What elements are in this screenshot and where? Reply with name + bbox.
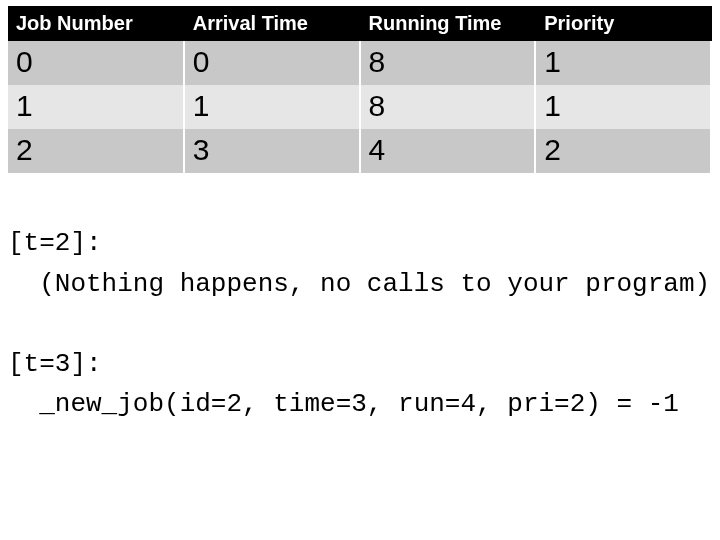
col-job-number: Job Number	[8, 6, 184, 41]
cell-job: 0	[8, 41, 184, 85]
jobs-table-header-row: Job Number Arrival Time Running Time Pri…	[8, 6, 711, 41]
cell-arrival: 1	[184, 85, 360, 129]
trace-t2-note: (Nothing happens, no calls to your progr…	[8, 269, 710, 299]
jobs-table: Job Number Arrival Time Running Time Pri…	[8, 6, 712, 173]
cell-arrival: 3	[184, 129, 360, 173]
col-running-time: Running Time	[360, 6, 536, 41]
trace-block: [t=2]: (Nothing happens, no calls to you…	[8, 183, 712, 425]
cell-job: 1	[8, 85, 184, 129]
table-row: 0 0 8 1	[8, 41, 711, 85]
cell-priority: 1	[535, 85, 711, 129]
cell-running: 4	[360, 129, 536, 173]
trace-t3-call: _new_job(id=2, time=3, run=4, pri=2) = -…	[8, 389, 679, 419]
col-priority: Priority	[535, 6, 711, 41]
trace-t2-label: [t=2]:	[8, 228, 102, 258]
cell-job: 2	[8, 129, 184, 173]
trace-t3-label: [t=3]:	[8, 349, 102, 379]
col-arrival-time: Arrival Time	[184, 6, 360, 41]
table-row: 2 3 4 2	[8, 129, 711, 173]
cell-running: 8	[360, 41, 536, 85]
cell-running: 8	[360, 85, 536, 129]
table-row: 1 1 8 1	[8, 85, 711, 129]
cell-arrival: 0	[184, 41, 360, 85]
cell-priority: 2	[535, 129, 711, 173]
cell-priority: 1	[535, 41, 711, 85]
